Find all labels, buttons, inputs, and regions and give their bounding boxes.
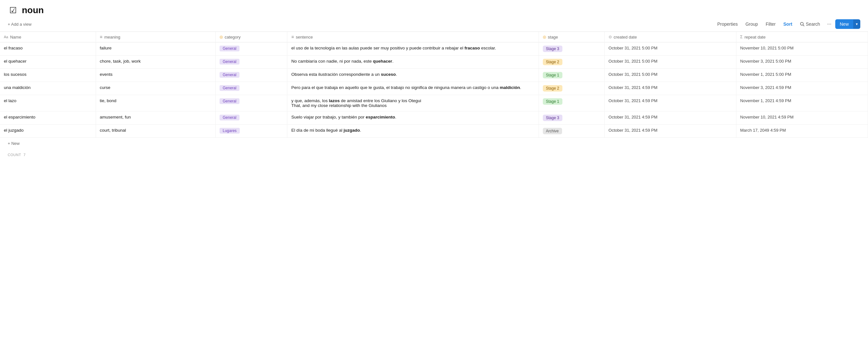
table-row[interactable]: los sucesoseventsGeneralObserva esta ilu… [0, 69, 868, 82]
stage-badge: Stage 3 [543, 115, 562, 121]
table-header-row: Aa Name ≡ meaning ◎ category [0, 32, 868, 42]
cell-name: el juzgado [0, 125, 96, 138]
toolbar-right: Properties Group Filter Sort Search ··· … [714, 19, 860, 29]
cell-stage: Stage 1 [539, 95, 604, 112]
cell-stage: Stage 3 [539, 42, 604, 56]
stage-badge: Archive [543, 128, 562, 134]
category-badge: Lugares [220, 128, 240, 133]
col-header-meaning[interactable]: ≡ meaning [96, 32, 215, 42]
cell-meaning: chore, task, job, work [96, 56, 215, 69]
cell-sentence: El día de mi boda llegué al juzgado. [287, 125, 539, 138]
category-badge: General [220, 72, 240, 78]
table-row[interactable]: el lazotie, bondGeneraly que, además, lo… [0, 95, 868, 112]
table-row[interactable]: el fracasofailureGeneralel uso de la tec… [0, 42, 868, 56]
cell-meaning: tie, bond [96, 95, 215, 112]
cell-created-date: October 31, 2021 5:00 PM [604, 69, 736, 82]
new-button-main[interactable]: New [835, 19, 853, 29]
cell-name: el esparcimiento [0, 112, 96, 125]
properties-button[interactable]: Properties [714, 20, 741, 29]
category-col-label: category [225, 35, 241, 39]
cell-name: los sucesos [0, 69, 96, 82]
cell-created-date: October 31, 2021 4:59 PM [604, 112, 736, 125]
toolbar: + Add a view Properties Group Filter Sor… [0, 18, 868, 32]
cell-category: General [215, 95, 287, 112]
cell-category: General [215, 69, 287, 82]
cell-category: General [215, 82, 287, 95]
col-header-stage[interactable]: ◎ stage [539, 32, 604, 42]
category-badge: General [220, 115, 240, 120]
cell-name: el quehacer [0, 56, 96, 69]
category-badge: General [220, 98, 240, 104]
search-icon [800, 22, 804, 26]
cell-meaning: curse [96, 82, 215, 95]
created-col-label: created date [614, 35, 637, 39]
cell-created-date: October 31, 2021 5:00 PM [604, 42, 736, 56]
sentence-col-icon: ≡ [291, 34, 294, 39]
cell-sentence: Suelo viajar por trabajo, y también por … [287, 112, 539, 125]
cell-meaning: failure [96, 42, 215, 56]
stage-badge: Stage 3 [543, 46, 562, 52]
search-button[interactable]: Search [797, 20, 823, 29]
cell-created-date: October 31, 2021 4:59 PM [604, 125, 736, 138]
cell-repeat-date: November 10, 2021 5:00 PM [736, 42, 868, 56]
add-row-button[interactable]: + New [0, 138, 868, 149]
cell-sentence: Pero para el que trabaja en aquello que … [287, 82, 539, 95]
app-header: ☑ noun [0, 0, 868, 18]
stage-col-label: stage [548, 35, 558, 39]
new-button-chevron[interactable]: ▾ [853, 20, 860, 29]
created-col-icon: ⊙ [609, 35, 612, 39]
table-row[interactable]: el quehacerchore, task, job, workGeneral… [0, 56, 868, 69]
col-header-repeat-date[interactable]: Σ repeat date [736, 32, 868, 42]
repeat-col-label: repeat date [744, 35, 766, 39]
cell-stage: Stage 3 [539, 112, 604, 125]
cell-stage: Archive [539, 125, 604, 138]
cell-repeat-date: November 1, 2021 5:00 PM [736, 69, 868, 82]
data-table: Aa Name ≡ meaning ◎ category [0, 32, 868, 138]
cell-repeat-date: November 3, 2021 5:00 PM [736, 56, 868, 69]
table-row[interactable]: el juzgadocourt, tribunalLugaresEl día d… [0, 125, 868, 138]
cell-sentence: y que, además, los lazos de amistad entr… [287, 95, 539, 112]
new-button[interactable]: New ▾ [835, 19, 860, 29]
category-col-icon: ◎ [220, 35, 223, 39]
add-view-button[interactable]: + Add a view [8, 22, 31, 27]
cell-sentence: No cambiaría con nadie, ni por nada, est… [287, 56, 539, 69]
cell-meaning: events [96, 69, 215, 82]
count-value: 7 [24, 153, 26, 157]
group-button[interactable]: Group [742, 20, 761, 29]
col-header-category[interactable]: ◎ category [215, 32, 287, 42]
svg-line-1 [803, 25, 804, 26]
sort-button[interactable]: Sort [780, 20, 796, 29]
repeat-col-icon: Σ [740, 35, 743, 39]
cell-created-date: October 31, 2021 4:59 PM [604, 82, 736, 95]
cell-repeat-date: November 3, 2021 4:59 PM [736, 82, 868, 95]
cell-stage: Stage 2 [539, 56, 604, 69]
cell-created-date: October 31, 2021 5:00 PM [604, 56, 736, 69]
count-label: COUNT [8, 153, 21, 157]
col-header-sentence[interactable]: ≡ sentence [287, 32, 539, 42]
category-badge: General [220, 85, 240, 91]
cell-meaning: amusement, fun [96, 112, 215, 125]
cell-name: una maldición [0, 82, 96, 95]
col-header-name[interactable]: Aa Name [0, 32, 96, 42]
sentence-col-label: sentence [296, 35, 313, 39]
more-options-button[interactable]: ··· [825, 19, 834, 29]
table-row[interactable]: el esparcimientoamusement, funGeneralSue… [0, 112, 868, 125]
cell-name: el lazo [0, 95, 96, 112]
cell-repeat-date: March 17, 2049 4:59 PM [736, 125, 868, 138]
table-row[interactable]: una maldicióncurseGeneralPero para el qu… [0, 82, 868, 95]
cell-category: Lugares [215, 125, 287, 138]
stage-badge: Stage 1 [543, 72, 562, 78]
cell-name: el fracaso [0, 42, 96, 56]
page-title: noun [22, 5, 44, 16]
meaning-col-label: meaning [104, 35, 120, 39]
col-header-created-date[interactable]: ⊙ created date [604, 32, 736, 42]
cell-meaning: court, tribunal [96, 125, 215, 138]
cell-repeat-date: November 10, 2021 4:59 PM [736, 112, 868, 125]
cell-category: General [215, 56, 287, 69]
filter-button[interactable]: Filter [763, 20, 779, 29]
name-col-label: Name [10, 35, 21, 39]
stage-badge: Stage 1 [543, 98, 562, 105]
name-col-icon: Aa [4, 35, 8, 39]
cell-stage: Stage 1 [539, 69, 604, 82]
cell-sentence: Observa esta ilustración correspondiente… [287, 69, 539, 82]
